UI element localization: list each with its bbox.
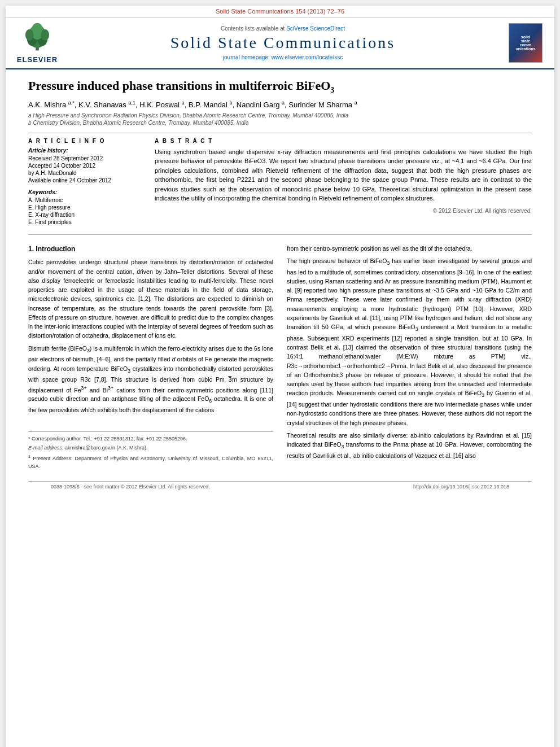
- keywords-section: Keywords: A. Multiferroic E. High pressu…: [28, 189, 141, 225]
- svg-point-6: [41, 29, 49, 41]
- journal-ref-text: Solid State Communications 154 (2013) 72…: [216, 8, 344, 15]
- article-history-label: Article history:: [28, 147, 141, 154]
- accepted-date: Accepted 14 October 2012: [28, 163, 141, 169]
- elsevier-tree-icon: [20, 22, 54, 53]
- body-section: 1. Introduction Cubic perovskites underg…: [28, 244, 532, 472]
- affil-b: b Chemistry Division, Bhabha Atomic Rese…: [28, 120, 532, 126]
- available-online: Available online 24 October 2012: [28, 177, 141, 184]
- info-abstract-section: A R T I C L E I N F O Article history: R…: [28, 138, 532, 226]
- journal-header: ELSEVIER Contents lists available at Sci…: [6, 18, 554, 69]
- article-info-column: A R T I C L E I N F O Article history: R…: [28, 138, 141, 226]
- body-col-right: from their centro-symmetric position as …: [287, 244, 532, 472]
- body-col1-p2: Bismuth ferrite (BiFeO3) is a multiferro…: [28, 344, 273, 415]
- journal-homepage: journal homepage: www.elsevier.com/locat…: [69, 54, 497, 60]
- keyword-xrd: E. X-ray diffraction: [28, 212, 141, 218]
- section-divider-2: [28, 234, 532, 235]
- bottom-bar: 0038-1098/$ - see front matter © 2012 El…: [28, 481, 532, 492]
- authors-text: A.K. Mishra a,*, K.V. Shanavas a,1, H.K.…: [28, 101, 357, 109]
- article-info-header: A R T I C L E I N F O: [28, 138, 141, 144]
- footnote-1: 1 Present Address: Department of Physics…: [28, 453, 273, 471]
- svg-point-5: [25, 29, 34, 41]
- thumb-box: solidstatecommunications: [509, 23, 542, 63]
- abstract-header: A B S T R A C T: [155, 138, 532, 144]
- keyword-high-pressure: E. High pressure: [28, 204, 141, 211]
- journal-center-info: Contents lists available at SciVerse Sci…: [69, 22, 497, 64]
- abstract-paragraph: Using synchrotron based angle dispersive…: [155, 147, 532, 203]
- affiliations: a High Pressure and Synchrotron Radiatio…: [28, 112, 532, 126]
- doi-line: http://dx.doi.org/10.1016/j.ssc.2012.10.…: [413, 484, 509, 490]
- intro-section-title: 1. Introduction: [28, 244, 273, 255]
- journal-thumbnail: solidstatecommunications: [506, 22, 545, 64]
- homepage-label: journal homepage:: [223, 54, 270, 60]
- article-title: Pressure induced phase transitions in mu…: [28, 78, 532, 95]
- abstract-text: Using synchrotron based angle dispersive…: [155, 147, 532, 203]
- body-two-col: 1. Introduction Cubic perovskites underg…: [28, 244, 532, 472]
- article-content: Pressure induced phase transitions in mu…: [6, 69, 554, 501]
- copyright-line: © 2012 Elsevier Ltd. All rights reserved…: [155, 208, 532, 214]
- footnote-star: * Corresponding author. Tel.: +91 22 255…: [28, 435, 273, 443]
- body-col2-p1: from their centro-symmetric position as …: [287, 244, 532, 253]
- keyword-multiferroic: A. Multiferroic: [28, 197, 141, 203]
- handled-by: by A.H. MacDonald: [28, 170, 141, 176]
- keyword-first-principles: E. First principles: [28, 219, 141, 225]
- abstract-column: A B S T R A C T Using synchrotron based …: [155, 138, 532, 226]
- sciverse-line: Contents lists available at SciVerse Sci…: [69, 25, 497, 32]
- page: Solid State Communications 154 (2013) 72…: [6, 6, 554, 747]
- contents-label: Contents lists available at: [221, 25, 285, 32]
- body-col1-p1: Cubic perovskites undergo structural pha…: [28, 257, 273, 340]
- elsevier-logo: ELSEVIER: [15, 22, 60, 64]
- elsevier-wordmark: ELSEVIER: [17, 55, 58, 64]
- issn-line: 0038-1098/$ - see front matter © 2012 El…: [51, 484, 210, 490]
- homepage-url[interactable]: www.elsevier.com/locate/ssc: [271, 54, 343, 60]
- body-col-left: 1. Introduction Cubic perovskites underg…: [28, 244, 273, 472]
- footnote-email: E-mail address: akmishra@barc.gov.in (A.…: [28, 444, 273, 452]
- journal-title: Solid State Communications: [69, 34, 497, 52]
- authors-line: A.K. Mishra a,*, K.V. Shanavas a,1, H.K.…: [28, 99, 532, 108]
- footnotes: * Corresponding author. Tel.: +91 22 255…: [28, 431, 273, 471]
- received-date: Received 28 September 2012: [28, 155, 141, 161]
- section-divider-1: [28, 133, 532, 133]
- these-word: these: [335, 381, 349, 387]
- body-col2-p3: Theoretical results are also similarly d…: [287, 431, 532, 460]
- affil-a: a High Pressure and Synchrotron Radiatio…: [28, 112, 532, 119]
- body-col2-p2: The high pressure behavior of BiFeO3 has…: [287, 256, 532, 427]
- journal-reference-bar: Solid State Communications 154 (2013) 72…: [6, 6, 554, 18]
- sciverse-link[interactable]: SciVerse ScienceDirect: [286, 25, 345, 32]
- keywords-label: Keywords:: [28, 189, 141, 195]
